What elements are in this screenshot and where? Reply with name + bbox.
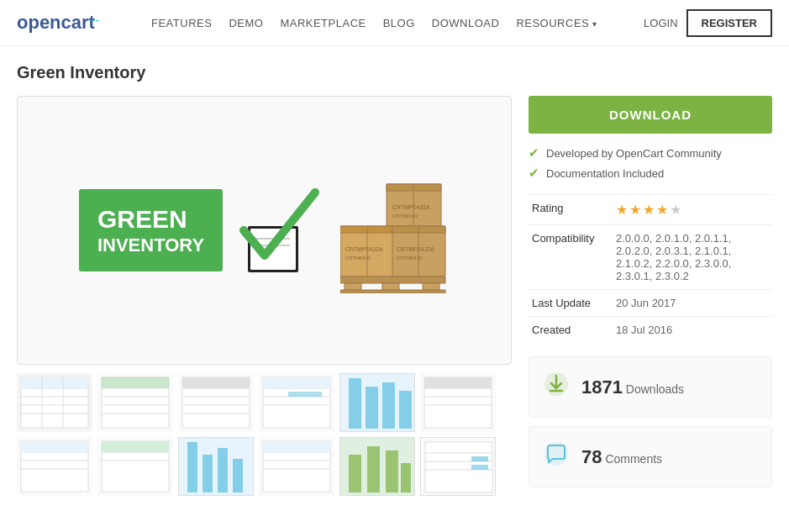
downloads-label: Downloads	[626, 382, 684, 396]
right-column: DOWNLOAD ✔ Developed by OpenCart Communi…	[529, 96, 772, 496]
main-product-image: GREEN INVENTORY	[17, 96, 512, 365]
comments-count: 78	[581, 446, 602, 467]
thumbnail-1[interactable]	[17, 373, 92, 432]
checkmark-area	[239, 184, 323, 277]
svg-text:CRTMP04J2A: CRTMP04J2A	[397, 246, 434, 252]
page-title: Green Inventory	[17, 63, 772, 82]
rating-value: ★ ★ ★ ★ ★	[613, 195, 772, 225]
star-3: ★	[643, 202, 655, 218]
svg-text:CRTM04J2: CRTM04J2	[345, 255, 371, 261]
svg-text:~-: ~-	[90, 14, 99, 26]
thumbnail-12[interactable]	[420, 437, 496, 496]
comment-icon	[543, 440, 570, 467]
svg-rect-50	[263, 377, 330, 388]
rating-label: Rating	[529, 195, 613, 225]
nav-demo[interactable]: DEMO	[229, 17, 263, 29]
thumbnail-strip	[17, 373, 512, 496]
nav-features[interactable]: FEATURES	[151, 17, 212, 29]
download-icon	[543, 371, 570, 398]
nav-marketplace[interactable]: MARKETPLACE	[280, 17, 366, 29]
star-5-empty: ★	[670, 202, 681, 218]
download-stat-icon	[543, 371, 570, 403]
svg-rect-45	[182, 377, 250, 388]
comment-stat-icon	[543, 440, 570, 473]
svg-rect-79	[349, 455, 361, 492]
left-column: GREEN INVENTORY	[17, 96, 512, 496]
feature-item-1: ✔ Developed by OpenCart Community	[529, 145, 772, 161]
svg-rect-69	[102, 441, 169, 452]
svg-text:CRTM04J2: CRTM04J2	[397, 255, 423, 261]
svg-rect-72	[218, 448, 228, 492]
svg-rect-87	[471, 456, 488, 461]
created-row: Created 18 Jul 2016	[529, 317, 772, 344]
svg-text:CRTM04J2: CRTM04J2	[392, 213, 418, 219]
compatibility-label: Compatibility	[529, 225, 613, 290]
created-value: 18 Jul 2016	[613, 317, 772, 344]
boxes-area: CRTMP04J2A CRTM04J2 CRTMP04J2A CRTM04J2	[340, 167, 450, 293]
svg-rect-51	[288, 392, 322, 397]
svg-text:CRTMP04J2A: CRTMP04J2A	[392, 204, 430, 210]
comments-stat-content: 78 Comments	[581, 446, 662, 468]
image-inner: GREEN INVENTORY	[34, 113, 494, 347]
svg-rect-65	[21, 441, 88, 452]
nav-blog[interactable]: BLOG	[383, 17, 415, 29]
svg-rect-53	[366, 387, 378, 429]
thumbnail-5[interactable]	[339, 373, 415, 432]
downloads-stat-content: 1871 Downloads	[581, 377, 684, 398]
login-button[interactable]: LOGIN	[644, 17, 677, 29]
nav-links: FEATURES DEMO MARKETPLACE BLOG DOWNLOAD …	[151, 17, 644, 29]
svg-rect-52	[349, 378, 361, 429]
star-4: ★	[656, 202, 668, 218]
navbar: opencart ~- FEATURES DEMO MARKETPLACE BL…	[0, 0, 789, 46]
created-label: Created	[529, 317, 613, 344]
thumbnail-7[interactable]	[17, 437, 92, 496]
last-update-label: Last Update	[529, 290, 613, 317]
svg-rect-54	[382, 382, 395, 429]
product-logo: GREEN INVENTORY	[79, 189, 223, 271]
star-2: ★	[629, 202, 641, 218]
compatibility-row: Compatibility 2.0.0.0, 2.0.1.0, 2.0.1.1,…	[529, 225, 772, 290]
check-icon-2: ✔	[529, 166, 539, 181]
svg-rect-88	[471, 465, 488, 470]
compatibility-value: 2.0.0.0, 2.0.1.0, 2.0.1.1, 2.0.2.0, 2.0.…	[613, 225, 772, 290]
features-list: ✔ Developed by OpenCart Community ✔ Docu…	[529, 145, 772, 181]
logo[interactable]: opencart ~-	[17, 8, 118, 38]
thumbnail-2[interactable]	[97, 373, 173, 432]
star-1: ★	[616, 202, 628, 218]
info-table: Rating ★ ★ ★ ★ ★ Compatibility 2.0.0.0, …	[529, 194, 772, 343]
svg-rect-23	[382, 283, 399, 290]
svg-text:opencart: opencart	[17, 12, 96, 33]
checkmark-icon	[239, 184, 323, 277]
svg-rect-22	[345, 283, 361, 290]
svg-rect-70	[187, 442, 197, 492]
svg-rect-60	[424, 377, 492, 388]
last-update-row: Last Update 20 Jun 2017	[529, 290, 772, 317]
svg-rect-35	[102, 377, 169, 388]
opencart-logo: opencart ~-	[17, 8, 118, 35]
register-button[interactable]: REGISTER	[686, 9, 772, 37]
nav-resources[interactable]: RESOURCES	[516, 17, 597, 29]
thumbnail-9[interactable]	[178, 437, 254, 496]
rating-row: Rating ★ ★ ★ ★ ★	[529, 195, 772, 225]
thumbnail-10[interactable]	[259, 437, 334, 496]
thumbnail-3[interactable]	[178, 373, 254, 432]
nav-download[interactable]: DOWNLOAD	[432, 17, 500, 29]
thumbnail-11[interactable]	[339, 437, 415, 496]
svg-rect-80	[367, 446, 380, 492]
thumbnail-6[interactable]	[420, 373, 496, 432]
last-update-value: 20 Jun 2017	[613, 290, 772, 317]
svg-rect-55	[399, 391, 412, 429]
downloads-stat-box: 1871 Downloads	[529, 356, 772, 418]
feature-item-2: ✔ Documentation Included	[529, 166, 772, 181]
check-icon-1: ✔	[529, 145, 539, 161]
download-button[interactable]: DOWNLOAD	[529, 96, 772, 134]
page-content: Green Inventory GREEN INVENTORY	[0, 46, 789, 513]
svg-rect-24	[423, 283, 439, 290]
comments-stat-box: 78 Comments	[529, 426, 772, 487]
thumbnail-8[interactable]	[97, 437, 173, 496]
thumbnail-4[interactable]	[259, 373, 334, 432]
svg-rect-78	[263, 441, 330, 452]
svg-rect-31	[21, 377, 88, 388]
svg-text:CRTMP04J2A: CRTMP04J2A	[345, 246, 383, 252]
svg-rect-25	[340, 290, 445, 293]
